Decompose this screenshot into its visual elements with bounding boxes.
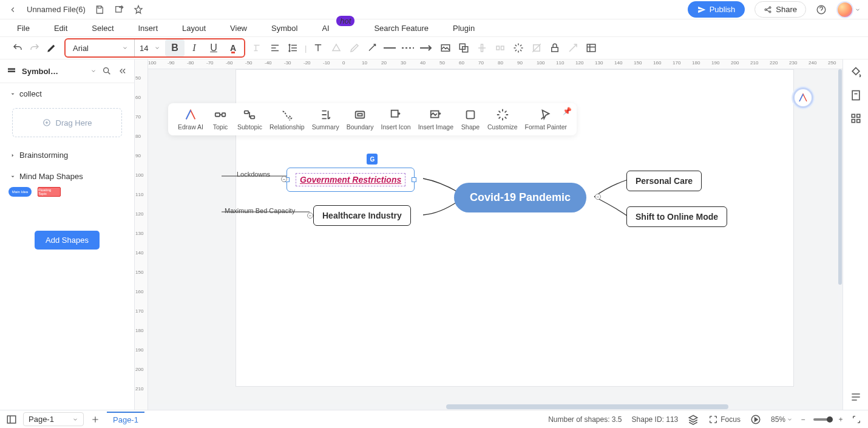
chevron-down-icon[interactable] xyxy=(90,68,97,74)
add-page-icon[interactable] xyxy=(90,414,101,425)
crop-icon[interactable] xyxy=(530,41,543,55)
star-icon[interactable] xyxy=(133,4,144,15)
table-icon[interactable] xyxy=(585,41,598,55)
translate-badge[interactable]: G xyxy=(367,154,378,165)
page-panel-icon[interactable] xyxy=(850,90,861,101)
lock-icon[interactable] xyxy=(548,41,561,55)
menu-plugin[interactable]: Plugin xyxy=(453,24,475,33)
image-tool-icon[interactable] xyxy=(439,41,452,55)
text-tool-icon[interactable] xyxy=(311,41,325,55)
library-icon[interactable] xyxy=(6,66,17,76)
align-vert-icon[interactable] xyxy=(475,41,489,55)
menu-view[interactable]: View xyxy=(230,24,247,33)
page-tab[interactable]: Page-1 xyxy=(107,412,144,427)
zoom-out-icon[interactable]: − xyxy=(798,414,809,425)
help-icon[interactable] xyxy=(816,4,827,15)
node-personal[interactable]: Personal Care xyxy=(626,171,702,191)
font-color-button[interactable]: A xyxy=(223,39,243,56)
collapse-right[interactable]: − xyxy=(595,194,601,200)
collapse-gov[interactable]: − xyxy=(281,176,287,182)
canvas[interactable]: 📌 Edraw AITopicSubtopicRelationshipSumma… xyxy=(148,69,843,410)
node-health[interactable]: Healthcare Industry xyxy=(313,205,411,226)
dash-style-icon[interactable] xyxy=(402,41,416,55)
user-menu[interactable] xyxy=(836,1,861,18)
ctx-boundary[interactable]: Boundary xyxy=(343,107,378,132)
redo-icon[interactable] xyxy=(29,42,40,53)
add-shapes-button[interactable]: Add Shapes xyxy=(35,231,100,250)
pen-tool-icon[interactable] xyxy=(348,41,361,55)
outline-view-icon[interactable] xyxy=(6,414,17,425)
connector-icon[interactable] xyxy=(366,41,379,55)
search-icon[interactable] xyxy=(101,66,112,76)
node-gov[interactable]: G Government Restrictions xyxy=(287,168,415,192)
v-scroll-thumb[interactable] xyxy=(838,69,842,285)
ctx-edraw-ai[interactable]: Edraw AI xyxy=(174,107,207,132)
menu-symbol[interactable]: Symbol xyxy=(271,24,297,33)
drag-zone[interactable]: Drag Here xyxy=(12,108,122,137)
ctx-relationship[interactable]: Relationship xyxy=(266,107,308,132)
menu-file[interactable]: File xyxy=(17,24,30,33)
align-left-icon[interactable] xyxy=(268,41,282,55)
present-icon[interactable] xyxy=(750,414,761,425)
back-icon[interactable] xyxy=(7,4,18,15)
menu-select[interactable]: Select xyxy=(92,24,114,33)
export-icon[interactable] xyxy=(114,4,124,15)
layers-status-icon[interactable] xyxy=(688,414,699,425)
section-mindmap[interactable]: Mind Map Shapes xyxy=(0,166,134,187)
node-center[interactable]: Covid-19 Pandemic xyxy=(454,183,586,212)
zoom-in-icon[interactable]: + xyxy=(835,414,846,425)
shape-tool-icon[interactable] xyxy=(330,41,343,55)
sublabel-bed[interactable]: Maximum Bed Capacity xyxy=(225,207,295,214)
arrow-style-icon[interactable] xyxy=(421,41,434,55)
menu-layout[interactable]: Layout xyxy=(182,24,206,33)
menu-insert[interactable]: Insert xyxy=(138,24,158,33)
undo-icon[interactable] xyxy=(12,42,23,53)
section-collect[interactable]: collect xyxy=(0,83,134,104)
ctx-insert-image[interactable]: Insert Image xyxy=(415,107,457,132)
bold-button[interactable]: B xyxy=(165,39,185,56)
list-panel-icon[interactable] xyxy=(850,392,861,403)
zoom-slider[interactable] xyxy=(813,418,830,421)
ctx-insert-icon[interactable]: Insert Icon xyxy=(378,107,415,132)
underline-button[interactable]: U xyxy=(204,39,223,56)
ctx-customize[interactable]: Customize xyxy=(484,107,521,132)
h-scroll-thumb[interactable] xyxy=(446,404,728,409)
apps-panel-icon[interactable] xyxy=(850,113,861,124)
font-name-select[interactable]: Arial xyxy=(67,39,135,56)
shape-sample-red[interactable]: Floating Topic xyxy=(38,187,61,197)
share-button[interactable]: Share xyxy=(754,1,806,18)
line-style-icon[interactable] xyxy=(384,41,398,55)
line-spacing-icon[interactable] xyxy=(287,41,300,55)
ctx-shape[interactable]: Shape xyxy=(457,107,484,132)
focus-button[interactable]: Focus xyxy=(708,415,741,424)
effects-icon[interactable] xyxy=(512,41,525,55)
fullscreen-icon[interactable] xyxy=(851,414,862,425)
sublabel-lockdowns[interactable]: Lockdowns xyxy=(237,171,270,178)
node-shift[interactable]: Shift to Online Mode xyxy=(626,206,727,227)
zoom-value[interactable]: 85% xyxy=(771,415,793,424)
v-scrollbar[interactable] xyxy=(838,69,843,404)
shape-sample-blue[interactable]: Main Idea xyxy=(8,187,32,197)
ctx-summary[interactable]: Summary xyxy=(308,107,343,132)
page-select[interactable]: Page-1 xyxy=(23,412,84,426)
layers-icon[interactable] xyxy=(457,41,470,55)
font-size-select[interactable]: 14 xyxy=(135,39,165,56)
section-brainstorming[interactable]: Brainstorming xyxy=(0,144,134,166)
save-icon[interactable] xyxy=(94,4,105,15)
menu-search[interactable]: Search Feature xyxy=(374,24,429,33)
format-brush-icon[interactable] xyxy=(46,42,57,53)
italic-button[interactable]: I xyxy=(185,39,204,56)
tools-icon[interactable] xyxy=(566,41,580,55)
ctx-subtopic[interactable]: Subtopic xyxy=(234,107,266,132)
ctx-topic[interactable]: Topic xyxy=(207,107,234,132)
collapse-health[interactable]: − xyxy=(307,212,313,219)
menu-edit[interactable]: Edit xyxy=(54,24,67,33)
fill-panel-icon[interactable] xyxy=(850,67,861,78)
menu-ai[interactable]: AI hot xyxy=(322,24,350,33)
collapse-sidebar-icon[interactable] xyxy=(117,66,128,76)
distribute-icon[interactable] xyxy=(493,41,507,55)
publish-button[interactable]: Publish xyxy=(688,1,745,18)
h-scrollbar[interactable] xyxy=(148,404,843,410)
pin-icon[interactable]: 📌 xyxy=(563,107,572,115)
ai-badge[interactable] xyxy=(793,87,813,108)
